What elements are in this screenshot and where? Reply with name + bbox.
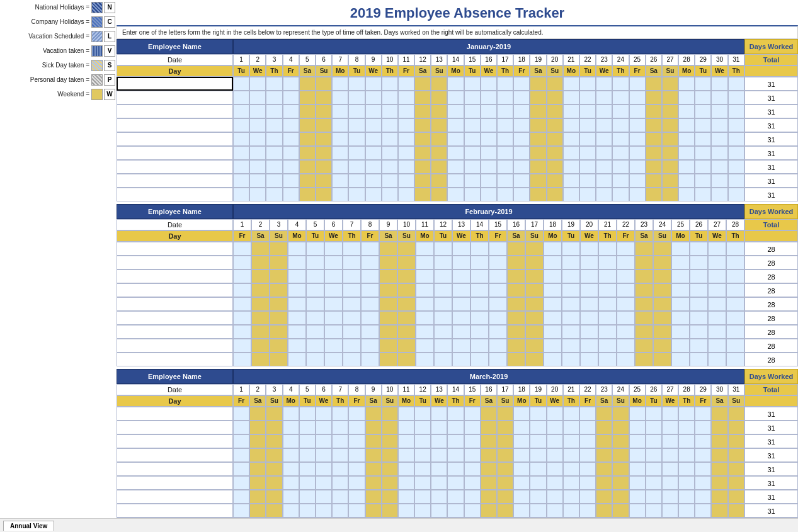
data-day-1-5-18[interactable] — [562, 311, 580, 325]
data-day-1-0-14[interactable] — [489, 242, 507, 256]
employee-name-cell-2-6[interactable] — [117, 490, 233, 504]
data-day-1-2-17[interactable] — [544, 269, 562, 283]
data-day-2-1-15[interactable] — [481, 421, 497, 434]
data-day-0-1-5[interactable] — [316, 91, 332, 105]
data-day-0-8-25[interactable] — [646, 188, 662, 201]
data-day-2-1-9[interactable] — [382, 421, 398, 434]
data-day-1-1-26[interactable] — [708, 256, 726, 269]
data-day-0-6-19[interactable] — [547, 160, 563, 174]
data-day-0-8-2[interactable] — [266, 188, 282, 201]
data-day-0-6-14[interactable] — [464, 160, 481, 174]
data-day-0-2-30[interactable] — [728, 105, 744, 118]
data-day-1-5-23[interactable] — [653, 311, 671, 325]
data-day-0-6-10[interactable] — [398, 160, 414, 174]
data-day-2-3-25[interactable] — [646, 448, 662, 462]
data-day-0-2-25[interactable] — [646, 105, 662, 118]
data-day-2-7-21[interactable] — [579, 504, 596, 518]
data-day-2-1-2[interactable] — [266, 421, 282, 434]
data-day-0-7-28[interactable] — [695, 174, 711, 188]
data-day-1-7-27[interactable] — [726, 339, 744, 353]
data-day-1-2-23[interactable] — [653, 269, 671, 283]
data-day-1-1-6[interactable] — [343, 256, 361, 269]
data-day-2-0-26[interactable] — [662, 407, 678, 421]
data-day-1-2-7[interactable] — [361, 269, 379, 283]
data-day-0-8-9[interactable] — [382, 188, 398, 201]
data-day-0-2-18[interactable] — [530, 105, 546, 118]
data-day-2-5-16[interactable] — [497, 476, 513, 490]
data-day-1-3-13[interactable] — [470, 283, 489, 297]
data-day-2-0-10[interactable] — [398, 407, 414, 421]
data-day-0-0-4[interactable] — [299, 77, 316, 91]
data-day-1-5-5[interactable] — [324, 311, 343, 325]
data-day-1-5-1[interactable] — [251, 311, 270, 325]
data-day-0-4-26[interactable] — [662, 132, 678, 146]
data-day-0-5-4[interactable] — [299, 146, 316, 160]
data-day-0-7-1[interactable] — [249, 174, 266, 188]
data-day-1-1-27[interactable] — [726, 256, 744, 269]
data-day-0-4-18[interactable] — [530, 132, 546, 146]
data-day-0-8-10[interactable] — [398, 188, 414, 201]
data-day-2-2-23[interactable] — [612, 434, 629, 448]
data-day-1-2-13[interactable] — [470, 269, 489, 283]
data-day-0-3-10[interactable] — [398, 118, 414, 132]
data-day-0-2-7[interactable] — [348, 105, 365, 118]
data-day-1-8-12[interactable] — [452, 353, 470, 366]
data-day-2-4-15[interactable] — [481, 462, 497, 476]
data-day-1-7-2[interactable] — [270, 339, 288, 353]
employee-name-cell-0-2[interactable] — [117, 105, 233, 118]
data-day-1-0-18[interactable] — [562, 242, 580, 256]
data-day-0-2-3[interactable] — [283, 105, 299, 118]
data-day-1-5-10[interactable] — [416, 311, 434, 325]
data-day-0-1-8[interactable] — [365, 91, 382, 105]
data-day-1-5-3[interactable] — [288, 311, 306, 325]
data-day-1-7-12[interactable] — [452, 339, 470, 353]
data-day-2-1-16[interactable] — [497, 421, 513, 434]
data-day-2-5-29[interactable] — [711, 476, 727, 490]
data-day-2-4-10[interactable] — [398, 462, 414, 476]
data-day-0-8-19[interactable] — [547, 188, 563, 201]
data-day-0-4-8[interactable] — [365, 132, 382, 146]
data-day-1-1-3[interactable] — [288, 256, 306, 269]
data-day-1-2-5[interactable] — [324, 269, 343, 283]
data-day-0-7-8[interactable] — [365, 174, 382, 188]
data-day-0-1-23[interactable] — [612, 91, 629, 105]
data-day-2-0-5[interactable] — [316, 407, 332, 421]
data-day-2-1-7[interactable] — [348, 421, 365, 434]
data-day-2-1-29[interactable] — [711, 421, 727, 434]
data-day-2-2-2[interactable] — [266, 434, 282, 448]
data-day-1-1-7[interactable] — [361, 256, 379, 269]
data-day-0-4-1[interactable] — [249, 132, 266, 146]
data-day-1-8-25[interactable] — [690, 353, 708, 366]
data-day-1-0-23[interactable] — [653, 242, 671, 256]
data-day-2-7-0[interactable] — [233, 504, 249, 518]
data-day-2-4-19[interactable] — [547, 462, 563, 476]
data-day-2-6-21[interactable] — [579, 490, 596, 504]
data-day-0-8-4[interactable] — [299, 188, 316, 201]
data-day-2-1-26[interactable] — [662, 421, 678, 434]
data-day-1-6-19[interactable] — [580, 325, 598, 339]
data-day-1-6-7[interactable] — [361, 325, 379, 339]
data-day-1-1-25[interactable] — [690, 256, 708, 269]
data-day-0-6-23[interactable] — [612, 160, 629, 174]
data-day-0-4-5[interactable] — [316, 132, 332, 146]
data-day-2-6-19[interactable] — [547, 490, 563, 504]
data-day-0-5-17[interactable] — [513, 146, 530, 160]
data-day-1-0-25[interactable] — [690, 242, 708, 256]
data-day-2-7-1[interactable] — [249, 504, 266, 518]
data-day-2-0-9[interactable] — [382, 407, 398, 421]
data-day-2-6-18[interactable] — [530, 490, 546, 504]
data-day-1-8-24[interactable] — [671, 353, 690, 366]
data-day-0-0-8[interactable] — [365, 77, 382, 91]
data-day-2-0-8[interactable] — [365, 407, 382, 421]
data-day-2-5-3[interactable] — [283, 476, 299, 490]
data-day-1-7-21[interactable] — [617, 339, 635, 353]
data-day-2-7-25[interactable] — [646, 504, 662, 518]
data-day-0-2-14[interactable] — [464, 105, 481, 118]
employee-name-cell-1-8[interactable] — [117, 353, 233, 366]
data-day-0-6-1[interactable] — [249, 160, 266, 174]
data-day-2-4-27[interactable] — [678, 462, 695, 476]
data-day-2-7-6[interactable] — [332, 504, 348, 518]
data-day-1-6-16[interactable] — [525, 325, 544, 339]
data-day-2-4-25[interactable] — [646, 462, 662, 476]
data-day-2-5-22[interactable] — [596, 476, 612, 490]
